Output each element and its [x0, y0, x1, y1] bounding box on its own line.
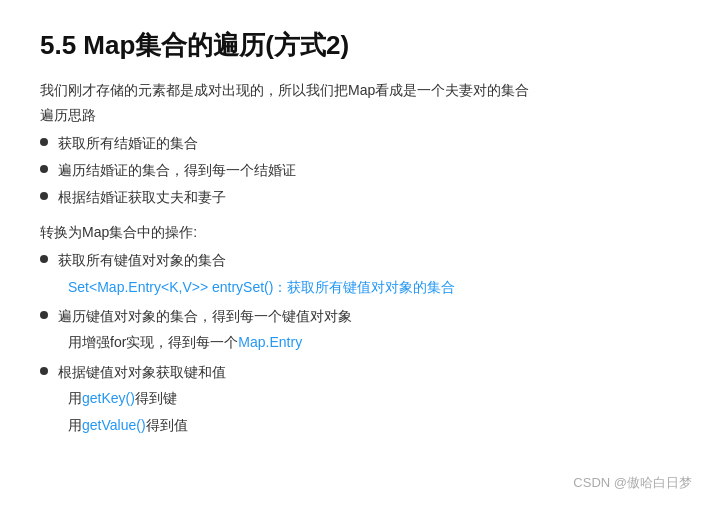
- sub-item-text: Set<Map.Entry<K,V>> entrySet()：获取所有键值对对象…: [68, 274, 455, 301]
- sub-item-getvalue: 用getValue()得到值: [68, 412, 188, 439]
- list-item-text: 根据键值对对象获取键和值: [58, 360, 226, 385]
- list-item-2: 遍历键值对对象的集合，得到每一个键值对对象 用增强for实现，得到每一个Map.…: [40, 304, 688, 356]
- bullet-list-2: 获取所有键值对对象的集合 Set<Map.Entry<K,V>> entrySe…: [40, 248, 688, 438]
- list-item-text: 遍历键值对对象的集合，得到每一个键值对对象: [58, 304, 352, 329]
- sub-item-text: 用增强for实现，得到每一个Map.Entry: [68, 329, 302, 356]
- watermark: CSDN @傲哈白日梦: [573, 474, 692, 492]
- list-item-3: 根据键值对对象获取键和值 用getKey()得到键 用getValue()得到值: [40, 360, 688, 438]
- list-item: 根据结婚证获取丈夫和妻子: [40, 185, 688, 210]
- list-item-text: 遍历结婚证的集合，得到每一个结婚证: [58, 158, 296, 183]
- map-section: 转换为Map集合中的操作: 获取所有键值对对象的集合 Set<Map.Entry…: [40, 224, 688, 438]
- list-item-text: 获取所有键值对对象的集合: [58, 248, 226, 273]
- list-item: 遍历结婚证的集合，得到每一个结婚证: [40, 158, 688, 183]
- bullet-dot: [40, 255, 48, 263]
- bullet-dot: [40, 367, 48, 375]
- blue-highlight: getValue(): [82, 417, 146, 433]
- list-item: 获取所有结婚证的集合: [40, 131, 688, 156]
- intro-line1: 我们刚才存储的元素都是成对出现的，所以我们把Map看成是一个夫妻对的集合: [40, 79, 688, 103]
- bullet-dot: [40, 138, 48, 146]
- map-label: 转换为Map集合中的操作:: [40, 224, 688, 242]
- page-title: 5.5 Map集合的遍历(方式2): [40, 28, 688, 63]
- bullet-dot: [40, 311, 48, 319]
- intro-line2: 遍历思路: [40, 107, 688, 125]
- blue-highlight: getKey(): [82, 390, 135, 406]
- bullet-dot: [40, 192, 48, 200]
- bullet-dot: [40, 165, 48, 173]
- list-item-text: 根据结婚证获取丈夫和妻子: [58, 185, 226, 210]
- blue-highlight: Map.Entry: [238, 334, 302, 350]
- sub-item-getkey: 用getKey()得到键: [68, 385, 177, 412]
- bullet-list-1: 获取所有结婚证的集合 遍历结婚证的集合，得到每一个结婚证 根据结婚证获取丈夫和妻…: [40, 131, 688, 211]
- list-item-1: 获取所有键值对对象的集合 Set<Map.Entry<K,V>> entrySe…: [40, 248, 688, 300]
- list-item-text: 获取所有结婚证的集合: [58, 131, 198, 156]
- page-container: 5.5 Map集合的遍历(方式2) 我们刚才存储的元素都是成对出现的，所以我们把…: [0, 0, 728, 510]
